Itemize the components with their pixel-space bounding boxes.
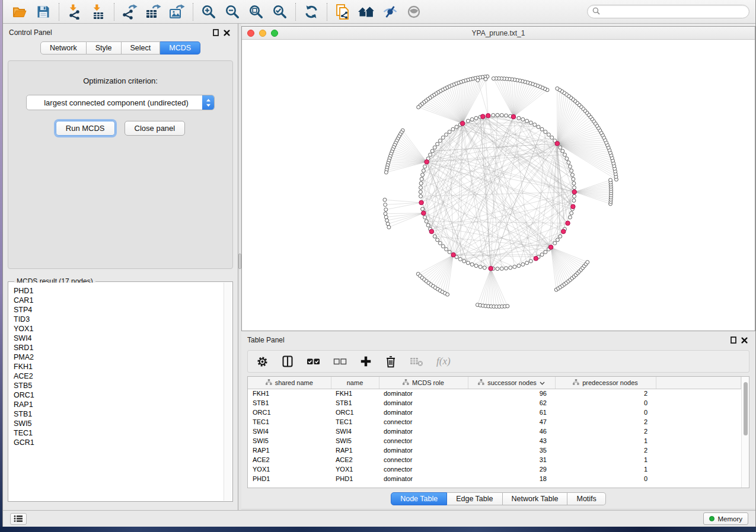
column-header-name[interactable]: name: [331, 377, 379, 389]
node-table-container: shared namenameMCDS rolesuccessor nodesp…: [247, 376, 749, 488]
column-header-shared-name[interactable]: shared name: [248, 377, 331, 389]
table-row[interactable]: SWI4SWI4dominator462: [248, 427, 741, 436]
open-file-icon[interactable]: [8, 2, 31, 21]
mcds-result-item[interactable]: ACE2: [14, 371, 219, 381]
table-cell: ACE2: [331, 455, 379, 464]
close-panel-button[interactable]: Close panel: [125, 121, 186, 136]
memory-button[interactable]: Memory: [703, 512, 748, 525]
task-history-button[interactable]: [10, 513, 27, 525]
table-tab-motifs[interactable]: Motifs: [567, 492, 605, 505]
select-all-columns-icon[interactable]: [307, 355, 320, 367]
export-table-icon[interactable]: [142, 2, 165, 21]
hide-selected-icon[interactable]: [378, 2, 402, 21]
unselect-all-columns-icon[interactable]: [333, 355, 347, 367]
column-header-MCDS-role[interactable]: MCDS role: [379, 377, 468, 389]
table-row[interactable]: STB1STB1dominator620: [248, 398, 741, 408]
mcds-result-item[interactable]: STB1: [14, 409, 219, 419]
close-panel-icon[interactable]: [739, 335, 749, 345]
split-view-icon[interactable]: [282, 355, 294, 367]
table-tab-edge-table[interactable]: Edge Table: [447, 492, 502, 505]
status-bar: Memory: [3, 510, 755, 527]
table-cell: 1: [555, 455, 656, 464]
result-list-scrollbar[interactable]: [224, 283, 232, 501]
table-mode-gear-icon[interactable]: [256, 355, 269, 368]
control-panel-tabs: NetworkStyleSelectMCDS: [3, 41, 238, 55]
table-row[interactable]: ORC1ORC1dominator610: [248, 408, 741, 417]
column-header-successor-nodes[interactable]: successor nodes: [468, 377, 555, 389]
mcds-result-item[interactable]: PMA2: [14, 352, 219, 362]
zoom-out-icon[interactable]: [221, 2, 244, 21]
show-all-icon[interactable]: [402, 2, 426, 21]
add-column-icon[interactable]: [360, 355, 372, 367]
network-window: YPA_prune.txt_1: [241, 26, 755, 331]
mcds-result-item[interactable]: RAP1: [14, 400, 219, 409]
zoom-fit-icon[interactable]: [244, 2, 268, 21]
function-builder-icon[interactable]: f(x): [436, 355, 451, 367]
column-tree-icon: [403, 379, 409, 386]
mcds-result-item[interactable]: SWI5: [14, 419, 219, 428]
table-cell: connector: [379, 455, 468, 464]
table-row[interactable]: RAP1RAP1dominator352: [248, 446, 741, 455]
import-table-icon[interactable]: [87, 2, 110, 21]
delete-table-icon[interactable]: [410, 356, 423, 367]
table-row[interactable]: ACE2ACE2connector311: [248, 455, 741, 464]
splitter-handle[interactable]: [238, 254, 241, 269]
export-network-icon[interactable]: [118, 2, 142, 21]
mcds-result-item[interactable]: FKH1: [14, 362, 219, 371]
float-panel-icon[interactable]: [728, 335, 739, 345]
tab-mcds[interactable]: MCDS: [160, 41, 200, 55]
delete-columns-icon[interactable]: [385, 355, 397, 368]
table-cell: 0: [555, 474, 656, 483]
table-row[interactable]: FKH1FKH1dominator962: [248, 389, 741, 398]
table-row[interactable]: PHD1PHD1dominator180: [248, 474, 741, 483]
search-input[interactable]: [603, 8, 744, 16]
optimization-criterion-label: Optimization criterion:: [8, 76, 232, 85]
table-row[interactable]: SWI5SWI5connector431: [248, 436, 741, 446]
table-cell: 35: [468, 446, 555, 455]
mcds-result-item[interactable]: TEC1: [14, 428, 219, 438]
criterion-select[interactable]: largest connected component (undirected): [26, 95, 215, 110]
column-header-label: successor nodes: [487, 379, 537, 386]
mcds-result-item[interactable]: GCR1: [14, 438, 219, 447]
table-row[interactable]: TEC1TEC1connector472: [248, 417, 741, 427]
refresh-icon[interactable]: [299, 2, 323, 21]
mcds-result-item[interactable]: SRD1: [14, 343, 219, 352]
table-scrollbar-thumb[interactable]: [744, 382, 748, 435]
search-box[interactable]: [587, 5, 749, 18]
desktop-wallpaper: Control Panel NetworkStyleSelectMCDS Opt…: [0, 0, 756, 532]
panel-splitter[interactable]: [238, 24, 241, 510]
first-neighbors-icon[interactable]: [355, 2, 378, 21]
table-panel: Table Panel f(x) shared namenameMCDS r: [241, 331, 755, 510]
zoom-in-icon[interactable]: [197, 2, 221, 21]
mcds-result-item[interactable]: YOX1: [14, 324, 219, 334]
mcds-result-item[interactable]: STB5: [14, 381, 219, 390]
import-network-icon[interactable]: [63, 2, 87, 21]
tab-select[interactable]: Select: [122, 41, 161, 55]
float-panel-icon[interactable]: [210, 27, 221, 38]
mcds-result-item[interactable]: PHD1: [14, 286, 219, 296]
tab-network[interactable]: Network: [40, 41, 87, 55]
table-tab-network-table[interactable]: Network Table: [503, 492, 568, 505]
column-header-label: shared name: [275, 379, 313, 386]
new-network-from-selection-icon[interactable]: [331, 2, 355, 21]
save-session-icon[interactable]: [31, 2, 55, 21]
mcds-result-item[interactable]: CAR1: [14, 296, 219, 305]
mcds-result-item[interactable]: ORC1: [14, 390, 219, 400]
export-image-icon[interactable]: [165, 2, 189, 21]
control-panel: Control Panel NetworkStyleSelectMCDS Opt…: [3, 24, 238, 510]
network-canvas[interactable]: [242, 40, 755, 331]
run-mcds-button[interactable]: Run MCDS: [56, 121, 115, 136]
table-tab-node-table[interactable]: Node Table: [391, 492, 447, 505]
tab-style[interactable]: Style: [87, 41, 122, 55]
table-row[interactable]: YOX1YOX1connector291: [248, 464, 741, 474]
close-panel-icon[interactable]: [221, 27, 232, 38]
mcds-result-item[interactable]: SWI4: [14, 334, 219, 343]
network-graph[interactable]: [242, 40, 755, 331]
table-scrollbar[interactable]: [741, 377, 749, 488]
column-header-predecessor-nodes[interactable]: predecessor nodes: [555, 377, 656, 389]
network-window-titlebar[interactable]: YPA_prune.txt_1: [242, 27, 755, 40]
mcds-result-item[interactable]: TID3: [14, 315, 219, 324]
table-cell: 43: [468, 436, 555, 446]
mcds-result-item[interactable]: STP4: [14, 305, 219, 315]
zoom-selected-icon[interactable]: [268, 2, 292, 21]
